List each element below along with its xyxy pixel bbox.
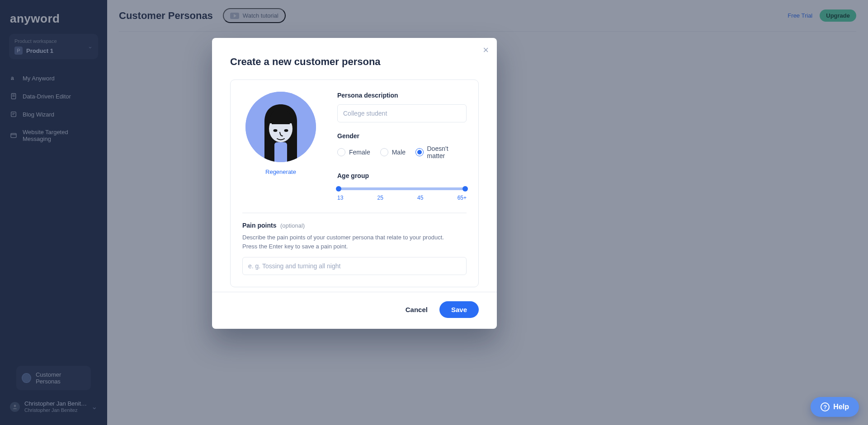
help-button[interactable]: ? Help bbox=[811, 397, 859, 417]
modal-footer: Cancel Save bbox=[212, 292, 497, 329]
cancel-button[interactable]: Cancel bbox=[406, 306, 428, 313]
pain-points-optional: (optional) bbox=[280, 222, 305, 229]
modal-title: Create a new customer persona bbox=[212, 38, 497, 68]
slider-tick: 25 bbox=[377, 195, 383, 201]
description-label: Persona description bbox=[337, 92, 467, 99]
age-group-label: Age group bbox=[337, 172, 467, 179]
regenerate-button[interactable]: Regenerate bbox=[265, 168, 296, 175]
gender-radio-female[interactable]: Female bbox=[337, 148, 370, 156]
slider-tick: 13 bbox=[337, 195, 343, 201]
close-button[interactable]: × bbox=[483, 44, 489, 56]
age-range-slider[interactable]: 13 25 45 65+ bbox=[337, 185, 467, 201]
pain-points-input[interactable] bbox=[242, 257, 467, 275]
radio-label: Male bbox=[392, 149, 406, 156]
svg-point-13 bbox=[274, 129, 278, 132]
help-icon: ? bbox=[821, 402, 830, 411]
gender-radio-doesnt-matter[interactable]: Doesn't matter bbox=[415, 145, 467, 159]
svg-rect-12 bbox=[272, 121, 290, 124]
slider-tick: 65+ bbox=[458, 195, 467, 201]
radio-label: Female bbox=[349, 149, 370, 156]
description-input[interactable] bbox=[337, 104, 467, 122]
gender-label: Gender bbox=[337, 132, 467, 140]
gender-radio-male[interactable]: Male bbox=[380, 148, 406, 156]
help-label: Help bbox=[833, 403, 849, 411]
gender-radio-group: Female Male Doesn't matter bbox=[337, 145, 467, 159]
create-persona-modal: × Create a new customer persona bbox=[212, 38, 497, 329]
persona-avatar bbox=[245, 92, 316, 162]
persona-card: Regenerate Persona description Gender Fe… bbox=[230, 79, 479, 287]
slider-thumb-min[interactable] bbox=[336, 186, 341, 191]
save-button[interactable]: Save bbox=[439, 301, 479, 318]
radio-icon bbox=[337, 148, 345, 156]
slider-ticks: 13 25 45 65+ bbox=[337, 195, 467, 201]
svg-point-14 bbox=[284, 129, 288, 132]
slider-tick: 45 bbox=[417, 195, 423, 201]
pain-points-label: Pain points bbox=[242, 222, 276, 229]
slider-thumb-max[interactable] bbox=[462, 186, 468, 191]
pain-points-description: Describe the pain points of your custome… bbox=[242, 233, 467, 251]
close-icon: × bbox=[483, 44, 489, 56]
radio-label: Doesn't matter bbox=[427, 145, 467, 159]
radio-icon bbox=[380, 148, 388, 156]
radio-icon bbox=[415, 148, 423, 156]
